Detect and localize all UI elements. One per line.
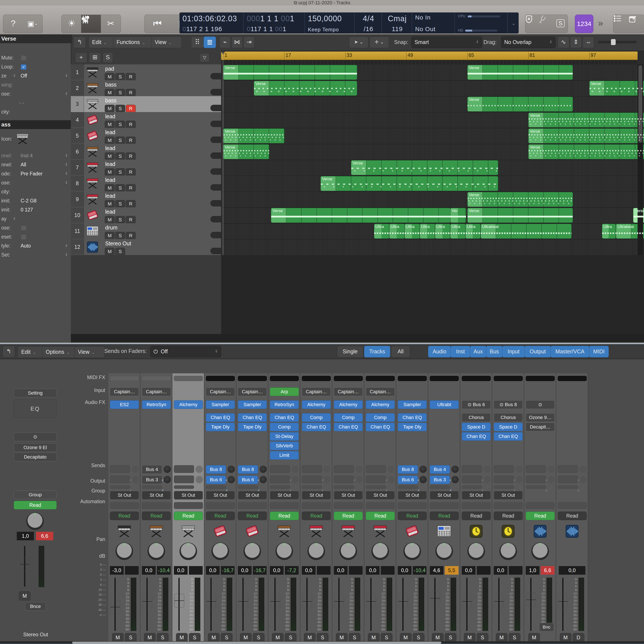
solo-button[interactable]: S [349, 633, 360, 642]
audio-fx-slot[interactable]: Comp [270, 423, 299, 431]
mute-button[interactable]: M [496, 633, 507, 642]
track-header-bass[interactable]: 2 bassMSRLR [71, 80, 221, 97]
track-lane-lead[interactable]: VerseVerVerseVerse [221, 207, 638, 224]
midi-region[interactable]: Verse [589, 81, 644, 96]
solo-button[interactable]: S [115, 73, 125, 81]
drag-dropdown[interactable]: No Overlap⇕ [501, 36, 556, 48]
pan-knob[interactable] [339, 542, 357, 560]
lcd-display[interactable]: 01:03:06:02.03 0117 2 1 1960001 1 1 001 … [179, 12, 519, 33]
input-slot[interactable]: RetroSyn [142, 400, 171, 409]
midi-fx-slot[interactable]: Captain… [142, 387, 171, 396]
send-slot[interactable]: Bus 6 [206, 475, 226, 484]
solo-button[interactable]: S [189, 633, 200, 642]
automation-mode-button[interactable]: Read [526, 512, 555, 520]
list-editors-button[interactable] [613, 15, 629, 33]
lcd-load-meters[interactable]: CPU HD [454, 12, 507, 33]
mute-button[interactable]: M [19, 591, 30, 600]
record-enable-button[interactable]: R [126, 184, 136, 192]
mute-button[interactable]: M [105, 89, 115, 97]
list-view-button[interactable]: ≣ [204, 36, 216, 48]
mute-button[interactable]: M [304, 633, 316, 642]
mute-button[interactable]: M [240, 633, 252, 642]
bar-ruler[interactable]: 1173349658197 [221, 52, 638, 60]
mute-button[interactable]: M [105, 168, 115, 176]
input-slot[interactable]: ⊙ Bus 8 [494, 400, 523, 409]
pan-knob[interactable] [531, 542, 549, 560]
audio-fx-slot[interactable]: Comp [302, 413, 331, 422]
solo-button[interactable]: S [115, 89, 125, 97]
peak-readout[interactable] [477, 566, 491, 575]
mixer-view-all[interactable]: All [391, 346, 410, 357]
track-lane-lead[interactable]: Verse [221, 160, 638, 176]
bounce-button[interactable]: Bnc [539, 623, 554, 631]
mute-button[interactable]: M [105, 200, 115, 208]
send-knob[interactable] [451, 476, 459, 483]
send-knob[interactable] [228, 476, 235, 483]
dim-button[interactable]: D [573, 633, 584, 642]
audio-fx-slot[interactable]: Tape Dly [398, 423, 427, 431]
solo-button[interactable]: S [125, 633, 137, 642]
solo-button[interactable]: S [115, 232, 125, 240]
automation-mode-button[interactable]: Read [494, 512, 523, 520]
mute-button[interactable]: M [105, 184, 115, 192]
midi-region[interactable]: Verse [528, 112, 644, 128]
peak-readout[interactable] [317, 566, 331, 575]
mute-button[interactable]: M [176, 633, 188, 642]
fader-cap[interactable] [398, 595, 408, 608]
volume-readout[interactable]: 0,0 [238, 566, 252, 575]
fader-cap[interactable] [558, 595, 568, 608]
zoom-slider[interactable] [598, 41, 637, 43]
input-slot[interactable]: Ultrabt [430, 400, 459, 409]
track-name[interactable]: Stereo Out [105, 240, 131, 247]
mute-button[interactable]: M [272, 633, 284, 642]
send-slot-empty[interactable] [526, 465, 546, 473]
track-header-lead[interactable]: 6 leadMSRLR [71, 144, 221, 160]
input-slot[interactable]: Sampler [398, 400, 427, 409]
sends-on-faders-dropdown[interactable]: ⏻ Off⇕ [150, 346, 221, 357]
track-header-lead[interactable]: 7 leadMSRLR [71, 160, 221, 176]
midi-region[interactable]: Ultra [435, 224, 451, 239]
solo-button[interactable]: S [477, 633, 488, 642]
midi-fx-slot[interactable]: Captain… [238, 387, 267, 396]
note-pads-button[interactable] [629, 15, 644, 33]
input-slot[interactable]: RetroSyn [270, 400, 299, 409]
shield-x-button[interactable] [525, 15, 540, 33]
midi-region[interactable]: Verse [528, 144, 644, 159]
fader-cap[interactable] [110, 600, 120, 614]
midi-region[interactable]: Ultra [465, 224, 481, 239]
pan-knob[interactable] [147, 542, 165, 560]
track-header-lead[interactable]: 9 leadMSRLR [71, 191, 221, 208]
automation-mode-button[interactable]: Read [142, 512, 171, 520]
midi-region[interactable]: Verse [528, 128, 644, 143]
peak-readout[interactable] [189, 566, 203, 575]
automation-mode-button[interactable]: Read [366, 512, 395, 520]
track-name[interactable]: pad [105, 66, 114, 72]
group-slot[interactable] [110, 502, 139, 509]
fader-cap[interactable] [494, 595, 504, 608]
track-name[interactable]: bass [105, 97, 117, 104]
strip-setting-slot[interactable] [558, 376, 587, 381]
solo-mode-button[interactable]: S [553, 15, 568, 33]
toolbar-overflow-chevrons[interactable]: » [598, 18, 603, 28]
input-slot[interactable]: Alchemy [366, 400, 395, 409]
fader-cap[interactable] [270, 595, 280, 608]
solo-button[interactable]: S [285, 633, 296, 642]
pan-knob[interactable] [403, 542, 421, 560]
strip-setting-slot[interactable] [334, 376, 363, 381]
track-lane-drum[interactable]: UltraUltraUltraUltraUltraUltraUltraUltra… [221, 223, 638, 240]
mixer-filter-inst[interactable]: Inst [451, 346, 470, 357]
mute-button[interactable]: M [432, 633, 444, 642]
record-enable-button[interactable]: R [126, 137, 136, 144]
volume-readout[interactable]: 0,0 [302, 566, 316, 575]
audio-fx-slot[interactable]: Chorus [462, 413, 491, 422]
strip-setting-slot[interactable] [270, 376, 299, 381]
solo-button[interactable]: S [115, 152, 125, 160]
output-slot[interactable]: St Out [398, 491, 427, 500]
midi-region[interactable]: Verse [223, 128, 285, 143]
fader-cap[interactable] [20, 557, 30, 571]
record-enable-button[interactable]: R [126, 168, 136, 176]
output-slot[interactable]: St Out [302, 491, 331, 500]
track-header-Stereo Out[interactable]: 12 Stereo OutMSLR [71, 239, 221, 255]
send-slot[interactable]: Bus 3 [430, 475, 450, 484]
lcd-position[interactable]: 0001 1 1 001 0117 1 1 001 [243, 12, 304, 33]
